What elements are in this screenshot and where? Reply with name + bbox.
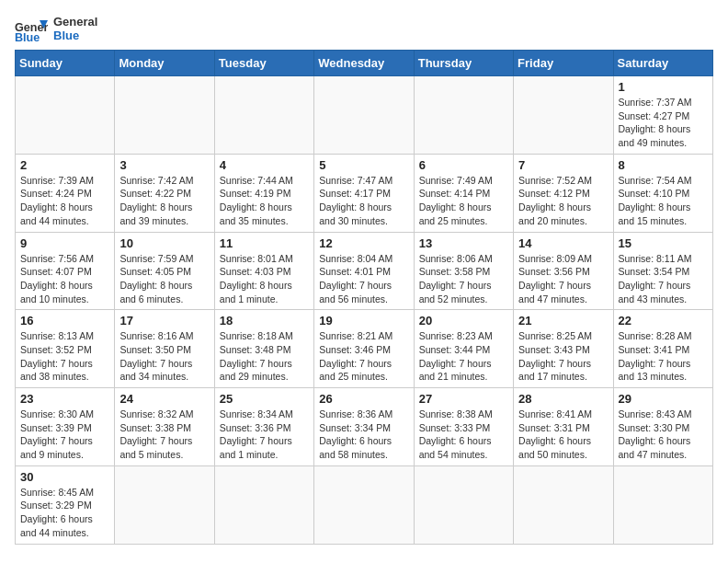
day-number: 1 xyxy=(619,80,708,94)
day-info: Sunrise: 8:36 AMSunset: 3:34 PMDaylight:… xyxy=(319,408,408,462)
calendar-week-row: 23Sunrise: 8:30 AMSunset: 3:39 PMDayligh… xyxy=(16,388,713,466)
day-info: Sunrise: 7:42 AMSunset: 4:22 PMDaylight:… xyxy=(119,174,209,228)
daylight-text: Daylight: 8 hours and 44 minutes. xyxy=(20,201,109,227)
logo: General Blue General Blue xyxy=(15,15,97,42)
day-info: Sunrise: 7:52 AMSunset: 4:12 PMDaylight:… xyxy=(518,174,608,228)
day-info: Sunrise: 8:11 AMSunset: 3:54 PMDaylight:… xyxy=(619,252,708,306)
daylight-text: Daylight: 7 hours and 25 minutes. xyxy=(319,357,408,384)
day-info: Sunrise: 8:28 AMSunset: 3:41 PMDaylight:… xyxy=(619,329,708,384)
daylight-text: Daylight: 8 hours and 25 minutes. xyxy=(419,201,508,227)
daylight-text: Daylight: 7 hours and 29 minutes. xyxy=(220,357,309,384)
calendar-cell: 4Sunrise: 7:44 AMSunset: 4:19 PMDaylight… xyxy=(214,154,313,232)
day-number: 8 xyxy=(619,158,708,172)
calendar-cell: 11Sunrise: 8:01 AMSunset: 4:03 PMDayligh… xyxy=(214,232,313,310)
weekday-header-saturday: Saturday xyxy=(613,51,712,76)
logo-general-text: General xyxy=(53,15,97,29)
day-number: 7 xyxy=(518,158,608,172)
day-number: 15 xyxy=(619,236,708,250)
calendar-cell: 12Sunrise: 8:04 AMSunset: 4:01 PMDayligh… xyxy=(314,232,414,310)
calendar-cell: 20Sunrise: 8:23 AMSunset: 3:44 PMDayligh… xyxy=(414,310,513,388)
daylight-text: Daylight: 6 hours and 58 minutes. xyxy=(319,434,408,461)
daylight-text: Daylight: 7 hours and 47 minutes. xyxy=(518,279,608,305)
daylight-text: Daylight: 8 hours and 15 minutes. xyxy=(619,201,708,227)
day-number: 27 xyxy=(419,392,508,406)
daylight-text: Daylight: 7 hours and 1 minute. xyxy=(220,434,309,461)
day-info: Sunrise: 8:41 AMSunset: 3:31 PMDaylight:… xyxy=(518,408,608,462)
daylight-text: Daylight: 8 hours and 6 minutes. xyxy=(119,279,209,305)
day-number: 4 xyxy=(220,158,309,172)
day-number: 20 xyxy=(419,314,508,327)
day-info: Sunrise: 8:34 AMSunset: 3:36 PMDaylight:… xyxy=(220,408,309,462)
day-info: Sunrise: 8:30 AMSunset: 3:39 PMDaylight:… xyxy=(20,408,109,462)
sunset-text: Sunset: 3:43 PM xyxy=(518,343,608,357)
day-number: 5 xyxy=(319,158,408,172)
day-number: 10 xyxy=(119,236,209,250)
daylight-text: Daylight: 7 hours and 17 minutes. xyxy=(518,357,608,384)
sunrise-text: Sunrise: 8:32 AM xyxy=(119,408,209,421)
sunrise-text: Sunrise: 7:56 AM xyxy=(20,252,109,266)
sunrise-text: Sunrise: 8:28 AM xyxy=(619,329,708,343)
day-number: 24 xyxy=(119,392,209,406)
day-info: Sunrise: 8:09 AMSunset: 3:56 PMDaylight:… xyxy=(518,252,608,306)
sunset-text: Sunset: 3:58 PM xyxy=(419,265,508,279)
calendar-cell: 10Sunrise: 7:59 AMSunset: 4:05 PMDayligh… xyxy=(115,232,214,310)
calendar-cell: 9Sunrise: 7:56 AMSunset: 4:07 PMDaylight… xyxy=(16,232,115,310)
sunset-text: Sunset: 4:07 PM xyxy=(20,265,109,279)
sunrise-text: Sunrise: 8:04 AM xyxy=(319,252,408,266)
daylight-text: Daylight: 7 hours and 34 minutes. xyxy=(119,357,209,384)
sunrise-text: Sunrise: 8:23 AM xyxy=(419,329,508,343)
day-info: Sunrise: 8:04 AMSunset: 4:01 PMDaylight:… xyxy=(319,252,408,306)
calendar-cell xyxy=(115,76,214,155)
calendar-cell: 22Sunrise: 8:28 AMSunset: 3:41 PMDayligh… xyxy=(613,310,712,388)
sunrise-text: Sunrise: 8:11 AM xyxy=(619,252,708,266)
day-number: 11 xyxy=(220,236,309,250)
sunset-text: Sunset: 3:56 PM xyxy=(518,265,608,279)
svg-text:Blue: Blue xyxy=(15,31,40,42)
day-number: 14 xyxy=(518,236,608,250)
day-number: 29 xyxy=(619,392,708,406)
calendar-cell xyxy=(214,465,313,544)
sunrise-text: Sunrise: 7:39 AM xyxy=(20,174,109,188)
sunset-text: Sunset: 3:52 PM xyxy=(20,343,109,357)
sunrise-text: Sunrise: 8:09 AM xyxy=(518,252,608,266)
calendar-cell: 30Sunrise: 8:45 AMSunset: 3:29 PMDayligh… xyxy=(16,465,115,544)
sunset-text: Sunset: 3:50 PM xyxy=(119,343,209,357)
weekday-header-wednesday: Wednesday xyxy=(314,51,414,76)
day-number: 13 xyxy=(419,236,508,250)
sunset-text: Sunset: 4:12 PM xyxy=(518,187,608,201)
day-info: Sunrise: 8:18 AMSunset: 3:48 PMDaylight:… xyxy=(220,329,309,384)
sunrise-text: Sunrise: 8:34 AM xyxy=(220,408,309,421)
day-info: Sunrise: 8:01 AMSunset: 4:03 PMDaylight:… xyxy=(220,252,309,306)
sunset-text: Sunset: 3:46 PM xyxy=(319,343,408,357)
calendar-cell: 5Sunrise: 7:47 AMSunset: 4:17 PMDaylight… xyxy=(314,154,414,232)
day-number: 2 xyxy=(20,158,109,172)
calendar-cell: 24Sunrise: 8:32 AMSunset: 3:38 PMDayligh… xyxy=(115,388,214,466)
calendar-cell: 18Sunrise: 8:18 AMSunset: 3:48 PMDayligh… xyxy=(214,310,313,388)
sunrise-text: Sunrise: 8:21 AM xyxy=(319,329,408,343)
calendar-week-row: 9Sunrise: 7:56 AMSunset: 4:07 PMDaylight… xyxy=(16,232,713,310)
calendar-cell xyxy=(414,76,513,155)
day-number: 9 xyxy=(20,236,109,250)
daylight-text: Daylight: 7 hours and 43 minutes. xyxy=(619,279,708,305)
daylight-text: Daylight: 8 hours and 20 minutes. xyxy=(518,201,608,227)
calendar-cell: 23Sunrise: 8:30 AMSunset: 3:39 PMDayligh… xyxy=(16,388,115,466)
calendar-cell xyxy=(314,465,414,544)
calendar-cell: 2Sunrise: 7:39 AMSunset: 4:24 PMDaylight… xyxy=(16,154,115,232)
day-number: 30 xyxy=(20,470,109,484)
sunset-text: Sunset: 3:29 PM xyxy=(20,499,109,512)
calendar-week-row: 30Sunrise: 8:45 AMSunset: 3:29 PMDayligh… xyxy=(16,465,713,544)
sunrise-text: Sunrise: 7:52 AM xyxy=(518,174,608,188)
day-number: 6 xyxy=(419,158,508,172)
calendar-cell xyxy=(214,76,313,155)
daylight-text: Daylight: 8 hours and 10 minutes. xyxy=(20,279,109,305)
day-info: Sunrise: 7:56 AMSunset: 4:07 PMDaylight:… xyxy=(20,252,109,306)
day-number: 26 xyxy=(319,392,408,406)
day-number: 3 xyxy=(119,158,209,172)
sunset-text: Sunset: 4:03 PM xyxy=(220,265,309,279)
calendar-cell: 15Sunrise: 8:11 AMSunset: 3:54 PMDayligh… xyxy=(613,232,712,310)
sunset-text: Sunset: 3:36 PM xyxy=(220,421,309,435)
day-number: 23 xyxy=(20,392,109,406)
calendar-cell: 21Sunrise: 8:25 AMSunset: 3:43 PMDayligh… xyxy=(514,310,613,388)
sunset-text: Sunset: 4:14 PM xyxy=(419,187,508,201)
sunrise-text: Sunrise: 7:37 AM xyxy=(619,96,708,109)
